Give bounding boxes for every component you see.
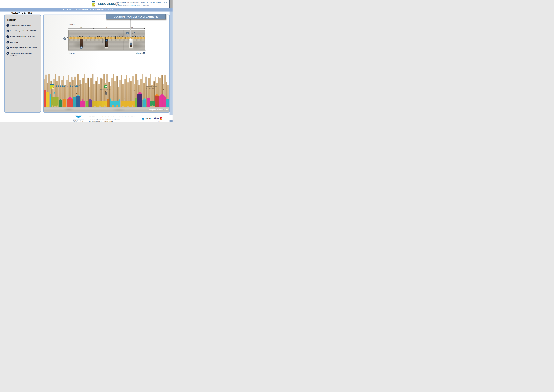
dim-line xyxy=(105,38,105,42)
salcef-logo-icon xyxy=(72,116,85,119)
marker-4: 4 xyxy=(80,46,83,49)
legend-item-4: 4 Base in CLS xyxy=(7,41,39,43)
dim-segment: 15 xyxy=(126,35,129,37)
drawing-panel: COSTRUTTIVO | CESATA DI CANTIERE esterno… xyxy=(43,14,170,113)
footer-sede-label: Sede Centrale: xyxy=(105,116,113,118)
building-walls xyxy=(67,99,73,107)
wood-cladding-band xyxy=(69,37,145,39)
legend-badge-2: 2 xyxy=(7,30,9,32)
legend-label-3: Traversi in legno 40 x 60 x 2400 /1000 xyxy=(10,35,35,38)
dim-segment: 30 xyxy=(119,35,126,37)
kiwa-seal-icon xyxy=(160,117,162,120)
label-pianta-scale: pianta 1:50 xyxy=(132,52,145,54)
building-walls xyxy=(143,100,146,107)
kiwa-logo: kiwa Partner for progress xyxy=(154,117,162,122)
kiwa-logo-text: kiwa xyxy=(154,117,159,119)
marker-2: 2 xyxy=(105,39,108,42)
legend-item-5: 5 Tubolare per bandiera in INOX Ø 120 mm xyxy=(7,47,39,49)
legend-badge-6: 6 xyxy=(7,52,9,55)
building-walls xyxy=(150,101,155,107)
camuna-rose-icon xyxy=(104,85,107,88)
skyline-building xyxy=(59,99,62,107)
skyline-building xyxy=(80,98,85,107)
footer-line2: Telefono: +39 (06) 416281 Fax: +39 (06) … xyxy=(89,119,137,120)
skyline-building xyxy=(49,94,51,107)
dim-segment: 15 xyxy=(110,35,113,37)
building-walls xyxy=(121,101,135,107)
skyline-building xyxy=(166,99,169,107)
footer-company: SALCEF S.p.A. a socio unico xyxy=(89,116,104,118)
building-walls xyxy=(76,97,80,107)
legend-badge-3: 3 xyxy=(7,35,9,38)
expo-slogan-line2: di Expo 2015 xyxy=(146,88,158,90)
fence-logo-text: FERROVIENORD xyxy=(56,85,81,88)
footer-address: Roma, Italy - Via di Pietralata, 140 – 0… xyxy=(113,116,135,118)
dim-100-label: 100 xyxy=(147,40,149,41)
legend-label-6b: sp. 30 mm xyxy=(10,55,39,57)
plan-view: 2010201515102010151020201015102030151020… xyxy=(69,30,145,50)
skyline-building xyxy=(121,101,135,107)
dim-tick xyxy=(145,29,146,30)
skyline-building xyxy=(44,91,46,107)
legend-label-4: Base in CLS xyxy=(10,41,18,43)
dim-segment: 15 xyxy=(79,35,82,37)
ferrovienord-logo-icon xyxy=(50,84,54,89)
footer-divider xyxy=(0,115,170,115)
dim-tick xyxy=(145,50,146,51)
skyline-building xyxy=(147,98,150,107)
dim-tick xyxy=(67,35,68,36)
marker-5: 5 xyxy=(126,32,129,35)
dim-segment: 15 xyxy=(142,35,145,37)
building-walls xyxy=(89,100,92,107)
label-esterno: esterno xyxy=(69,23,75,25)
building-walls xyxy=(159,97,166,107)
leader-line xyxy=(131,33,134,34)
expo-slogan-line1: Milano si colora xyxy=(146,86,158,88)
dim-segment: 20 xyxy=(99,35,104,37)
dim-segment: 20 xyxy=(88,35,92,37)
building-roof xyxy=(143,98,146,100)
dim-segment: 15 xyxy=(82,35,85,37)
dim-segment: 120 xyxy=(69,27,94,28)
building-roof xyxy=(76,95,80,97)
legend-label-6: Riempimento in malta espansiva xyxy=(10,52,32,55)
skyline-building xyxy=(67,97,73,107)
legend-badge-1: 1 xyxy=(7,24,9,27)
building-walls xyxy=(46,92,49,107)
legend-item-6: 6 Riempimento in malta espansiva xyxy=(7,52,39,55)
dim-segment: 20 xyxy=(69,35,73,37)
building-walls xyxy=(92,101,107,107)
dimension-row-top: 120120120 xyxy=(69,27,145,28)
building-walls xyxy=(62,99,66,107)
dim-tick xyxy=(67,37,68,38)
dim-10: 10 xyxy=(106,44,107,45)
dim-segment: 15 xyxy=(94,35,97,37)
skyline-building xyxy=(92,101,107,107)
prospetto-view: FERROVIENORD RegioneLombardia 1 Milano s… xyxy=(43,58,169,112)
building-roof xyxy=(137,92,142,94)
skyline-building xyxy=(135,98,137,107)
skyline-building xyxy=(110,96,120,107)
fence-ferrovienord-logo: FERROVIENORD xyxy=(50,84,81,89)
building-roof xyxy=(89,98,92,100)
footer-line3: Mail: salcef@salcef.com C.F. e P.IVA 126… xyxy=(89,121,137,122)
building-walls xyxy=(147,98,150,107)
drawing-title: COSTRUTTIVO | CESATA DI CANTIERE xyxy=(114,15,158,18)
dim-segment: 120 xyxy=(94,27,119,28)
section-banner: 1 – ALLEGATI – STUDIO DELLE FASI D’ESECU… xyxy=(0,8,173,12)
building-roof xyxy=(155,94,159,96)
legend-panel: LEGENDA 1 Rivestimento in legno sp. 4 mm… xyxy=(4,14,42,113)
flag-pole xyxy=(130,19,131,37)
legend-title: LEGENDA xyxy=(7,19,39,21)
dim-segment: 20 xyxy=(115,35,119,37)
dim-16: 16 xyxy=(106,46,107,47)
expo-slogan: Milano si colora di Expo 2015 xyxy=(146,86,158,90)
salcef-logo: SALCEFSPA xyxy=(72,116,85,122)
building-roof xyxy=(67,97,73,99)
marker-1: 1 xyxy=(105,92,107,95)
skyline-building xyxy=(62,99,66,107)
building-walls xyxy=(107,99,109,107)
label-interno: interno xyxy=(69,52,75,54)
dim-segment: 20 xyxy=(75,35,79,37)
skyline-building xyxy=(107,99,109,107)
